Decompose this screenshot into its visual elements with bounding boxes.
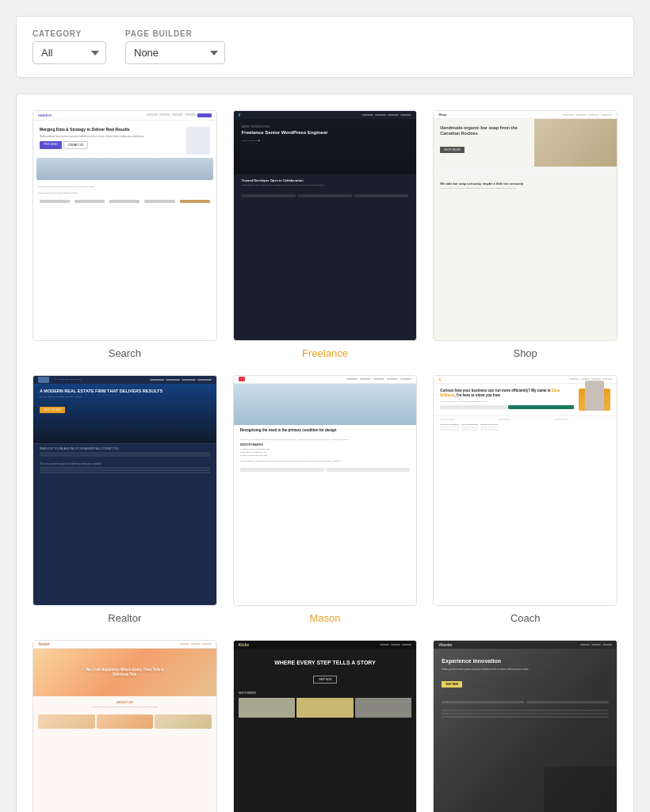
theme-preview-freelance: F A BRIEF INTRODUCTION Freelance Senior …: [233, 110, 418, 341]
theme-grid: SEARCH Merging Data & Strategy to Delive…: [16, 94, 634, 812]
theme-card-coach[interactable]: c Curious how your business can run more…: [433, 375, 618, 624]
theme-preview-shop: Shop Handmade organic bar soap from the …: [433, 110, 618, 341]
theme-name-freelance: Freelance: [302, 347, 348, 359]
category-filter-group: CATEGORY All Blog Business Portfolio Sho…: [32, 29, 106, 64]
theme-card-mason[interactable]: Recognizing the need is the primary cond…: [233, 375, 418, 624]
theme-preview-sweet: Sweet We Craft Happiness Where Every Tre…: [32, 640, 217, 812]
theme-card-search[interactable]: SEARCH Merging Data & Strategy to Delive…: [32, 110, 217, 359]
theme-preview-realtor: CALL FOR HELP 800 200 320 A Modern Real …: [32, 375, 217, 606]
filter-bar: CATEGORY All Blog Business Portfolio Sho…: [16, 16, 634, 78]
category-select[interactable]: All Blog Business Portfolio Shop: [32, 41, 106, 64]
page-builder-filter-group: PAGE BUILDER None Elementor Beaver Build…: [125, 29, 225, 64]
theme-name-search: Search: [109, 347, 141, 359]
theme-card-wander[interactable]: Wander Experience Innovation Nullus pret…: [433, 640, 618, 812]
theme-preview-mason: Recognizing the need is the primary cond…: [233, 375, 418, 606]
theme-preview-wander: Wander Experience Innovation Nullus pret…: [433, 640, 618, 812]
theme-name-realtor: Realtor: [108, 612, 141, 624]
theme-card-sweet[interactable]: Sweet We Craft Happiness Where Every Tre…: [32, 640, 217, 812]
theme-card-freelance[interactable]: F A BRIEF INTRODUCTION Freelance Senior …: [233, 110, 418, 359]
theme-preview-search: SEARCH Merging Data & Strategy to Delive…: [32, 110, 217, 341]
theme-preview-kicks: Kicks WHERE EVERY STEP TELLS A STORY SHO…: [233, 640, 418, 812]
coach-logo-icon: c: [438, 377, 441, 381]
page-builder-label: PAGE BUILDER: [125, 29, 225, 38]
wander-logo: Wander: [438, 642, 452, 647]
theme-name-shop: Shop: [513, 347, 537, 359]
page-builder-select[interactable]: None Elementor Beaver Builder Gutenberg: [125, 41, 225, 64]
category-label: CATEGORY: [32, 29, 106, 38]
theme-name-mason: Mason: [309, 612, 340, 624]
theme-name-coach: Coach: [510, 612, 541, 624]
sweet-logo: Sweet: [38, 642, 49, 646]
kicks-logo: Kicks: [239, 642, 249, 647]
theme-card-kicks[interactable]: Kicks WHERE EVERY STEP TELLS A STORY SHO…: [233, 640, 418, 812]
theme-card-shop[interactable]: Shop Handmade organic bar soap from the …: [433, 110, 618, 359]
theme-preview-coach: c Curious how your business can run more…: [433, 375, 618, 606]
page-wrapper: CATEGORY All Blog Business Portfolio Sho…: [16, 16, 634, 812]
theme-card-realtor[interactable]: CALL FOR HELP 800 200 320 A Modern Real …: [32, 375, 217, 624]
